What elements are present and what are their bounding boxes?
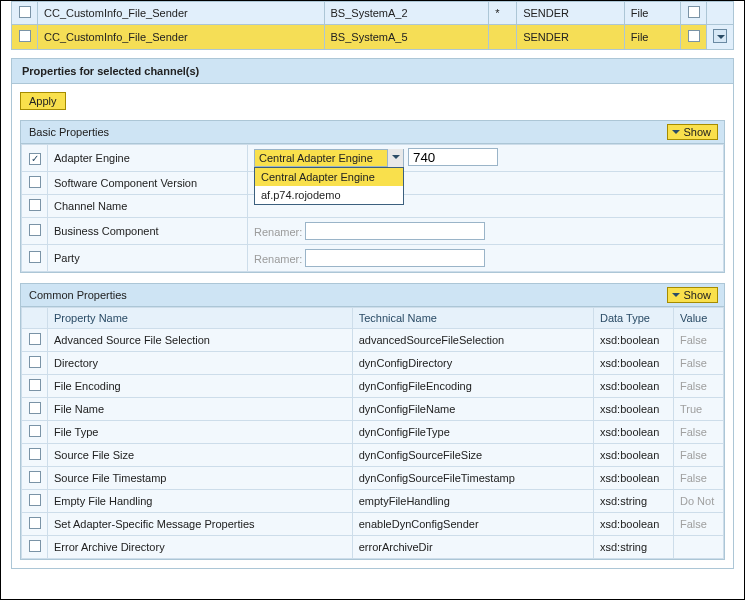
col-technical-name[interactable]: Technical Name xyxy=(352,308,593,329)
data-type: xsd:boolean xyxy=(594,329,674,352)
data-type: xsd:boolean xyxy=(594,398,674,421)
channel-name-label: Channel Name xyxy=(48,195,248,218)
property-name: Error Archive Directory xyxy=(48,536,353,559)
technical-name: dynConfigFileType xyxy=(352,421,593,444)
adapter-engine-label: Adapter Engine xyxy=(48,145,248,172)
property-name: Source File Timestamp xyxy=(48,467,353,490)
col-data-type[interactable]: Data Type xyxy=(594,308,674,329)
basic-properties-header: Basic Properties Show xyxy=(21,121,724,144)
table-row: Source File TimestampdynConfigSourceFile… xyxy=(22,467,724,490)
data-type: xsd:boolean xyxy=(594,352,674,375)
technical-name: dynConfigSourceFileTimestamp xyxy=(352,467,593,490)
table-row: File NamedynConfigFileNamexsd:booleanTru… xyxy=(22,398,724,421)
data-type: xsd:boolean xyxy=(594,375,674,398)
channel-name-checkbox[interactable] xyxy=(29,199,41,211)
row-checkbox[interactable] xyxy=(29,494,41,506)
row-checkbox[interactable] xyxy=(29,517,41,529)
channel-row: CC_CustomInfo_File_Sender BS_SystemA_2 *… xyxy=(12,2,734,25)
business-component-checkbox[interactable] xyxy=(29,224,41,236)
table-row: File EncodingdynConfigFileEncodingxsd:bo… xyxy=(22,375,724,398)
value-cell[interactable]: False xyxy=(674,375,724,398)
row-checkbox[interactable] xyxy=(688,6,700,18)
property-name: Advanced Source File Selection xyxy=(48,329,353,352)
col-property-name[interactable]: Property Name xyxy=(48,308,353,329)
dropdown-option[interactable]: af.p74.rojodemo xyxy=(255,186,403,204)
channel-system: BS_SystemA_2 xyxy=(324,2,489,25)
table-row: Error Archive DirectoryerrorArchiveDirxs… xyxy=(22,536,724,559)
channel-system: BS_SystemA_5 xyxy=(324,25,489,50)
value-cell[interactable]: False xyxy=(674,352,724,375)
technical-name: dynConfigFileName xyxy=(352,398,593,421)
row-checkbox[interactable] xyxy=(29,379,41,391)
row-checkbox[interactable] xyxy=(29,448,41,460)
row-checkbox[interactable] xyxy=(29,356,41,368)
data-type: xsd:string xyxy=(594,490,674,513)
property-name: File Encoding xyxy=(48,375,353,398)
technical-name: advancedSourceFileSelection xyxy=(352,329,593,352)
channel-flag: * xyxy=(489,2,517,25)
value-cell[interactable] xyxy=(674,536,724,559)
data-type: xsd:string xyxy=(594,536,674,559)
basic-show-button[interactable]: Show xyxy=(667,124,718,140)
properties-panel-body: Apply Basic Properties Show Adapter Engi… xyxy=(11,84,734,569)
value-cell[interactable]: True xyxy=(674,398,724,421)
technical-name: dynConfigFileEncoding xyxy=(352,375,593,398)
value-cell[interactable]: False xyxy=(674,467,724,490)
property-name: File Type xyxy=(48,421,353,444)
technical-name: errorArchiveDir xyxy=(352,536,593,559)
table-row: Empty File HandlingemptyFileHandlingxsd:… xyxy=(22,490,724,513)
channel-row: CC_CustomInfo_File_Sender BS_SystemA_5 S… xyxy=(12,25,734,50)
value-cell[interactable]: False xyxy=(674,421,724,444)
value-cell[interactable]: False xyxy=(674,513,724,536)
technical-name: enableDynConfigSender xyxy=(352,513,593,536)
col-value[interactable]: Value xyxy=(674,308,724,329)
channel-direction: SENDER xyxy=(517,2,625,25)
common-show-button[interactable]: Show xyxy=(667,287,718,303)
table-row: Advanced Source File SelectionadvancedSo… xyxy=(22,329,724,352)
row-checkbox[interactable] xyxy=(29,425,41,437)
party-label: Party xyxy=(48,245,248,272)
table-row: Source File SizedynConfigSourceFileSizex… xyxy=(22,444,724,467)
scv-checkbox[interactable] xyxy=(29,176,41,188)
party-input[interactable] xyxy=(305,249,485,267)
party-checkbox[interactable] xyxy=(29,251,41,263)
dropdown-option[interactable]: Central Adapter Engine xyxy=(255,168,403,186)
table-row: File TypedynConfigFileTypexsd:booleanFal… xyxy=(22,421,724,444)
row-checkbox[interactable] xyxy=(688,30,700,42)
adapter-engine-menu: Central Adapter Engine af.p74.rojodemo xyxy=(254,167,404,205)
value-cell[interactable]: Do Not xyxy=(674,490,724,513)
apply-button[interactable]: Apply xyxy=(20,92,66,110)
channel-adapter: File xyxy=(624,25,680,50)
business-component-label: Business Component xyxy=(48,218,248,245)
channel-adapter: File xyxy=(624,2,680,25)
value-cell[interactable]: False xyxy=(674,329,724,352)
table-row: Set Adapter-Specific Message Propertiese… xyxy=(22,513,724,536)
channel-name[interactable]: CC_CustomInfo_File_Sender xyxy=(38,2,325,25)
property-name: Empty File Handling xyxy=(48,490,353,513)
adapter-engine-aux-input[interactable] xyxy=(408,148,498,166)
adapter-engine-dropdown[interactable]: Central Adapter Engine xyxy=(254,149,404,167)
channel-table: CC_CustomInfo_File_Sender BS_SystemA_2 *… xyxy=(11,1,734,50)
row-menu-icon[interactable] xyxy=(713,29,727,43)
common-properties-table: Property Name Technical Name Data Type V… xyxy=(21,307,724,559)
value-cell[interactable]: False xyxy=(674,444,724,467)
row-select-checkbox[interactable] xyxy=(19,6,31,18)
chevron-down-icon xyxy=(387,149,403,167)
adapter-engine-checkbox[interactable] xyxy=(29,153,41,165)
table-row: DirectorydynConfigDirectoryxsd:booleanFa… xyxy=(22,352,724,375)
common-properties-header: Common Properties Show xyxy=(21,284,724,307)
technical-name: dynConfigSourceFileSize xyxy=(352,444,593,467)
business-component-input[interactable] xyxy=(305,222,485,240)
data-type: xsd:boolean xyxy=(594,421,674,444)
row-select-checkbox[interactable] xyxy=(19,30,31,42)
technical-name: dynConfigDirectory xyxy=(352,352,593,375)
channel-name[interactable]: CC_CustomInfo_File_Sender xyxy=(38,25,325,50)
row-checkbox[interactable] xyxy=(29,402,41,414)
properties-panel-title: Properties for selected channel(s) xyxy=(11,58,734,84)
data-type: xsd:boolean xyxy=(594,444,674,467)
row-checkbox[interactable] xyxy=(29,540,41,552)
channel-direction: SENDER xyxy=(517,25,625,50)
row-checkbox[interactable] xyxy=(29,471,41,483)
row-checkbox[interactable] xyxy=(29,333,41,345)
data-type: xsd:boolean xyxy=(594,513,674,536)
